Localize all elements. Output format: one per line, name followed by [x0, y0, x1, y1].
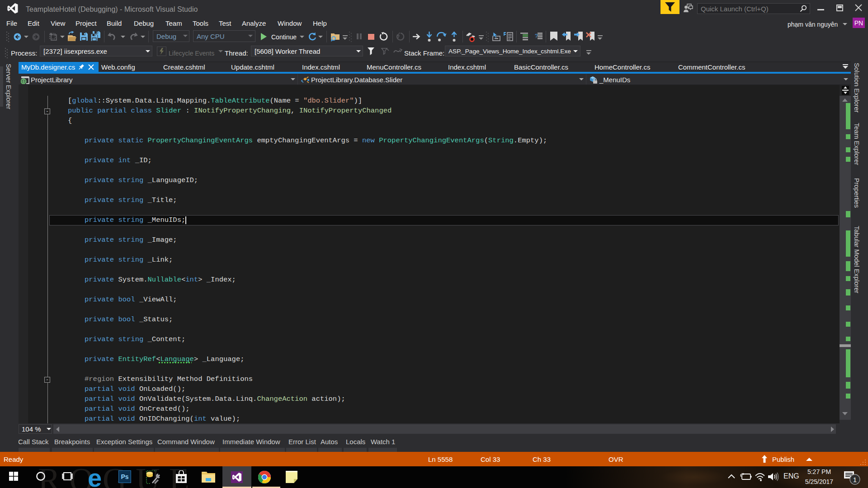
svg-text:?: ? — [535, 33, 538, 39]
svg-text:1: 1 — [853, 476, 857, 483]
